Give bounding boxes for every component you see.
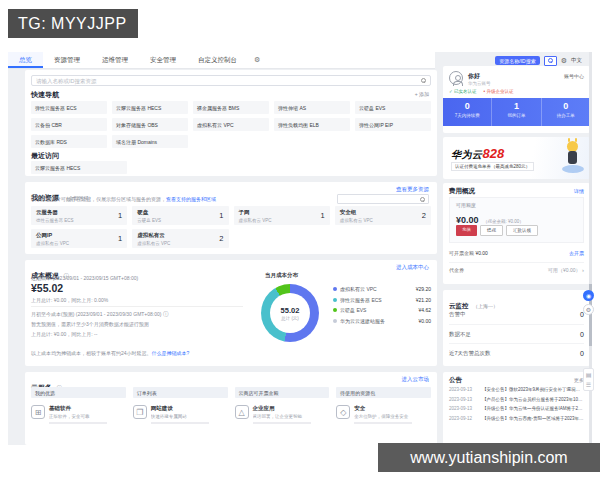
cost-center-link[interactable]: 进入成本中心	[396, 264, 429, 271]
watermark-top: TG: MYYJJPP	[8, 9, 138, 38]
quicknav-item[interactable]: 对象存储服务 OBS	[112, 118, 188, 131]
quicknav-item[interactable]: 裸金属服务器 BMS	[193, 101, 269, 114]
legend-item: 虚拟私有云 VPC ¥29.20	[333, 286, 431, 292]
info-icon[interactable]: ⓘ	[163, 311, 169, 317]
service-item-enterprise[interactable]: △ 企业应用 灵活部署，让企业更智能	[235, 405, 330, 424]
quicknav-item[interactable]: 虚拟私有云 VPC	[193, 118, 269, 131]
resources-filter-input[interactable]	[337, 194, 429, 204]
skeleton-bar	[253, 422, 311, 424]
global-search-button[interactable]	[544, 56, 557, 66]
cost-donut-caption: 总计 (元)	[281, 316, 299, 321]
amortized-cost-link[interactable]: 什么是摊销成本?	[152, 350, 190, 356]
my-resources-hint: 以下数据统计可能存在延迟，仅展示部分区域与服务的资源，查看支持的服务和区域	[31, 196, 216, 202]
quicknav-item[interactable]: 云备份 CBR	[31, 118, 107, 131]
recharge-button[interactable]: 充值	[456, 225, 477, 236]
quicknav-item[interactable]: 云硬盘 EVS	[355, 101, 431, 114]
announcement-item[interactable]: 2023-09-12 【升级公告】华为云西南-贵阳一区域将于2023年9月14日…	[449, 416, 584, 421]
resource-card-subnet[interactable]: 子网 虚拟私有云 VPC 1	[234, 206, 330, 225]
my-resources-card: 我的资源 （全部区域） 以下数据统计可能存在延迟，仅展示部分区域与服务的资源，查…	[25, 182, 437, 254]
account-center-link[interactable]: 账号中心	[564, 73, 584, 79]
quicknav-item[interactable]: 弹性公网IP EIP	[355, 118, 431, 131]
service-column: 待使用的资源包 ◇ 安全 全方位防护，保障业务安全	[336, 387, 431, 424]
quicknav-title: 快速导航	[31, 90, 59, 100]
avatar[interactable]	[449, 71, 463, 85]
monitor-row-alarms[interactable]: 告警中0	[449, 305, 584, 324]
cost-recent-amount: ¥55.02	[31, 282, 63, 294]
announcement-item[interactable]: 2023-09-13 【安全公告】微软2023年9月例行安全补丁漏洞预警	[449, 387, 584, 392]
tab-resource-mgmt[interactable]: 资源管理	[43, 52, 91, 68]
resource-card-ecs[interactable]: 云服务器 弹性云服务器 ECS 1	[31, 206, 127, 225]
service-pill[interactable]: 云商店可开票金额	[235, 387, 330, 398]
skeleton-bar	[354, 422, 412, 424]
color-dot	[333, 308, 337, 312]
billing-card: 费用概况 详情 可用额度 ¥0.00 （现金余额: ¥0.00） 充值 提现 汇…	[443, 183, 590, 284]
resource-search-input[interactable]	[31, 75, 431, 86]
service-pill[interactable]: 订单列表	[133, 387, 228, 398]
service-pill[interactable]: 我的优选	[31, 387, 126, 398]
resource-count: 1	[118, 234, 122, 243]
tab-overview[interactable]: 总览	[8, 52, 43, 68]
quicknav-add-button[interactable]: + 添加	[415, 91, 429, 97]
mascot-illustration	[562, 141, 584, 175]
announcement-item[interactable]: 2023-09-13 【产品公告】华为云会员积分服务将于2023年10月14日 …	[449, 397, 584, 402]
service-item-security[interactable]: ◇ 安全 全方位防护，保障业务安全	[336, 405, 431, 424]
user-subtitle: 华为云账号	[468, 81, 491, 86]
upgrade-auth-link[interactable]: • 升级企业认证	[484, 89, 514, 94]
quicknav-item[interactable]: 云耀云服务器 HECS	[112, 101, 188, 114]
tab-security-mgmt[interactable]: 安全管理	[139, 52, 187, 68]
withdraw-button[interactable]: 提现	[480, 225, 503, 236]
tab-ops-mgmt[interactable]: 运维管理	[91, 52, 139, 68]
tab-custom-console[interactable]: 自定义控制台	[187, 52, 248, 68]
settings-fab-gear-icon[interactable]: ⚙	[583, 304, 594, 315]
marketplace-link[interactable]: 进入云市场	[402, 376, 430, 383]
language-switch[interactable]: 中文	[571, 57, 582, 64]
stat-orders[interactable]: 1 我的订单	[491, 98, 540, 126]
resources-grid: 云服务器 弹性云服务器 ECS 1 硬盘 云硬盘 EVS 1 子网 虚拟私有云 …	[31, 206, 431, 248]
tab-settings-gear-icon[interactable]: ⚙	[248, 56, 266, 64]
service-item-software[interactable]: ⊞ 基础软件 正版软件，安全可靠	[31, 405, 126, 424]
supported-services-link[interactable]: 查看支持的服务和区域	[166, 196, 216, 202]
account-stats-banner: 0 7天内待续费 1 我的订单 0 待办工单	[443, 98, 590, 126]
resource-count: 1	[118, 211, 122, 220]
service-item-website[interactable]: ❐ 网站建设 快速搭建专属网站	[133, 405, 228, 424]
coupon-row[interactable]: 代金券 可用（¥0.00） ›	[449, 267, 584, 273]
support-icon[interactable]: ◉	[583, 290, 594, 301]
cost-donut-total: 55.02	[281, 306, 300, 315]
monitor-row-no-data[interactable]: 数据不足0	[449, 324, 584, 343]
announcement-item[interactable]: 2023-09-13 【升级公告】华为云统一身份认证服务IAM将于2023年..…	[449, 406, 584, 411]
resource-card-eip[interactable]: 公网IP 虚拟私有云 VPC 1	[31, 229, 127, 248]
recent-visit-item[interactable]: 云耀云服务器 HECS	[31, 161, 127, 174]
divider	[31, 306, 243, 307]
promo-banner-828[interactable]: 华为云828 认证付费返免单券（最高减免280元）	[443, 137, 590, 179]
add-icon: +	[415, 91, 418, 97]
quicknav-item[interactable]: 域名注册 Domains	[112, 135, 188, 148]
stat-tickets[interactable]: 0 待办工单	[541, 98, 590, 126]
quicknav-item[interactable]: 弹性伸缩 AS	[274, 101, 350, 114]
stat-renewals[interactable]: 0 7天内待续费	[443, 98, 491, 126]
claim-remittance-button[interactable]: 汇款认领	[506, 225, 538, 236]
service-column: 我的优选 ⊞ 基础软件 正版软件，安全可靠	[31, 387, 126, 424]
resource-card-security-group[interactable]: 安全组 虚拟私有云 VPC 2	[335, 206, 431, 225]
resource-card-evs[interactable]: 硬盘 云硬盘 EVS 1	[132, 206, 228, 225]
view-more-resources-link[interactable]: 查看更多资源	[396, 186, 429, 193]
cost-recent-period: 近期成本 (2023/09/01 - 2023/09/15 GMT+08:00)	[31, 275, 138, 281]
issue-invoice-link[interactable]: 去开票	[569, 250, 584, 256]
doc-icon[interactable]: ▤	[586, 371, 592, 378]
cost-donut-chart: 55.02 总计 (元)	[261, 284, 319, 342]
color-dot	[333, 287, 337, 291]
main-column: 快速导航 + 添加 弹性云服务器 ECS 云耀云服务器 HECS 裸金属服务器 …	[25, 70, 437, 445]
gear-icon[interactable]: ⚙	[561, 57, 567, 65]
service-pill[interactable]: 待使用的资源包	[336, 387, 431, 398]
global-search-pill[interactable]: 资源名称/ID搜索	[495, 56, 539, 65]
divider	[449, 262, 584, 263]
quicknav-item[interactable]: 弹性负载均衡 ELB	[274, 118, 350, 131]
quicknav-item[interactable]: 云数据库 RDS	[31, 135, 107, 148]
skeleton-bar	[151, 422, 209, 424]
menu-icon[interactable]: ☰	[586, 381, 591, 388]
billing-details-link[interactable]: 详情	[574, 188, 584, 194]
resource-card-vpc[interactable]: 虚拟私有云 虚拟私有云 VPC 2	[132, 229, 228, 248]
banner-subtitle: 认证付费返免单券（最高减免280元）	[451, 162, 534, 171]
quicknav-item[interactable]: 弹性云服务器 ECS	[31, 101, 107, 114]
monitor-row-7day-alarms[interactable]: 近7天告警总次数0	[449, 343, 584, 362]
billing-buttons: 充值 提现 汇款认领	[456, 225, 538, 236]
